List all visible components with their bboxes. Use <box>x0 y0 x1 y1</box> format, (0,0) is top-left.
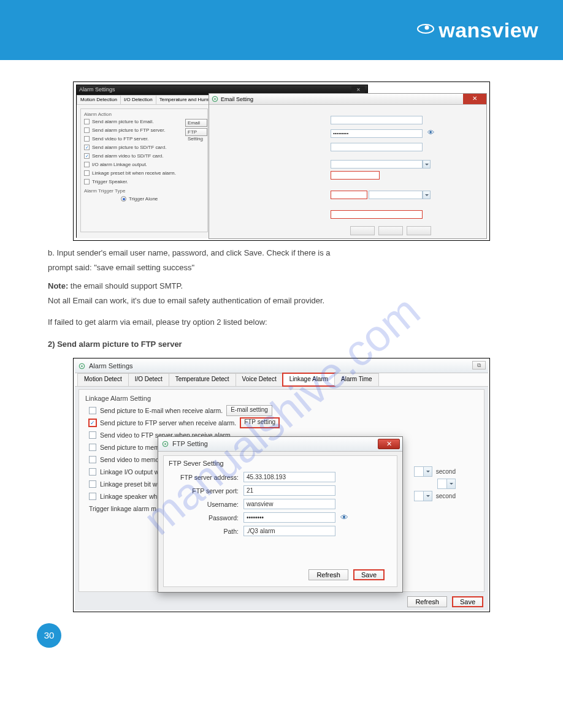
svg-point-3 <box>214 98 216 100</box>
gear-icon <box>79 363 85 370</box>
checkbox-memory-video[interactable] <box>89 456 96 463</box>
instruction-line-3: If failed to get alarm via email, please… <box>48 316 515 328</box>
receiver-field[interactable] <box>331 210 423 219</box>
alarm-action-group: Alarm Action Send alarm picture to Email… <box>80 108 208 232</box>
close-icon[interactable]: ✕ <box>463 94 486 104</box>
email-setting-dialog: Email Setting ✕ ••••••••• 👁 <box>209 93 487 239</box>
tab-voice-detect[interactable]: Voice Detect <box>236 373 283 386</box>
checkbox-preset-bit[interactable] <box>84 170 90 176</box>
dialog-button-2[interactable] <box>378 226 403 235</box>
ftp-refresh-button[interactable]: Refresh <box>308 569 348 580</box>
note-text-2: Not all Email can work, it's due to emai… <box>48 295 515 307</box>
dialog-title: FTP Setting <box>172 440 208 447</box>
speaker-duration-select[interactable] <box>414 491 432 501</box>
tab-alarm-time[interactable]: Alarm Time <box>334 373 379 386</box>
save-button[interactable]: Save <box>452 596 483 607</box>
label-ftp-address: FTP server address: <box>164 474 243 481</box>
brand-logo-text: wansview <box>439 18 538 42</box>
ftp-save-button[interactable]: Save <box>353 569 385 580</box>
figure-alarm-email: Alarm Settings ✕ Motion Detection I/O De… <box>73 82 490 241</box>
ftp-port-field[interactable]: 21 <box>243 485 335 496</box>
ftp-password-field[interactable]: •••••••• <box>243 512 335 523</box>
email-field-1[interactable] <box>331 116 423 124</box>
checkbox-ftp-video[interactable] <box>89 431 96 439</box>
svg-point-5 <box>81 365 83 367</box>
checkbox-sd-picture[interactable]: ✓ <box>84 145 90 150</box>
email-field-3[interactable] <box>331 143 423 151</box>
gear-icon <box>162 441 169 447</box>
trigger-type-label: Alarm Trigger Type <box>84 188 204 194</box>
tab-bar: Motion Detect I/O Detect Temperature Det… <box>75 373 488 387</box>
svg-point-1 <box>425 26 429 30</box>
checkbox-io-output[interactable] <box>89 468 96 476</box>
group-label: Alarm Action <box>84 112 204 117</box>
io-duration-select[interactable] <box>414 466 432 477</box>
tab-motion-detect[interactable]: Motion Detect <box>77 373 129 386</box>
brand-banner: wansview <box>0 0 563 60</box>
password-field[interactable]: ••••••••• <box>331 129 423 138</box>
instruction-line-1: b. Input sender's email user name, passw… <box>48 247 515 259</box>
refresh-button[interactable]: Refresh <box>407 596 447 607</box>
checkbox-trigger-speaker[interactable] <box>84 179 90 184</box>
ftp-group-label: FTP Sever Setting <box>164 456 397 471</box>
chevron-down-icon[interactable] <box>423 467 432 476</box>
label-ftp-port: FTP server port: <box>164 487 243 495</box>
checkbox-speaker[interactable] <box>89 493 96 500</box>
gear-icon <box>212 96 218 102</box>
ftp-address-field[interactable]: 45.33.108.193 <box>243 472 335 482</box>
step-2-heading: 2) Send alarm picture to FTP server <box>48 339 515 349</box>
page-number: 30 <box>37 623 61 648</box>
ssl-select[interactable] <box>369 191 423 199</box>
ftp-setting-button[interactable]: FTP Setting <box>185 128 207 136</box>
email-setting-button[interactable]: E-mail setting <box>226 405 272 416</box>
checkbox-preset-bit[interactable] <box>89 480 96 488</box>
label-path: Path: <box>164 528 243 535</box>
ftp-setting-dialog: FTP Setting ✕ FTP Sever Setting FTP serv… <box>158 436 403 593</box>
eye-icon[interactable]: 👁 <box>427 129 434 136</box>
ftp-path-field[interactable]: ./Q3 alarm <box>243 526 335 536</box>
tab-motion-detection[interactable]: Motion Detection <box>77 95 121 104</box>
radio-trigger-alone[interactable] <box>121 196 126 202</box>
close-icon[interactable]: ⧉ <box>472 361 486 370</box>
dialog-title: Email Setting <box>221 96 253 102</box>
close-icon[interactable]: ✕ <box>378 439 400 449</box>
checkbox-email-picture[interactable] <box>84 119 90 124</box>
tab-io-detection[interactable]: I/O Detection <box>120 95 156 104</box>
alarm-settings-window-2: Alarm Settings ⧉ Motion Detect I/O Detec… <box>75 360 488 610</box>
window-title: Alarm Settings <box>89 362 133 370</box>
group-label: Linkage Alarm Setting <box>79 390 484 404</box>
preset-select[interactable] <box>437 479 456 489</box>
checkbox-ftp-video[interactable] <box>84 136 90 142</box>
chevron-down-icon[interactable] <box>423 491 432 501</box>
smtp-select[interactable] <box>331 160 423 169</box>
chevron-down-icon[interactable] <box>423 160 431 169</box>
port-field[interactable] <box>331 191 367 199</box>
tab-io-detect[interactable]: I/O Detect <box>128 373 169 386</box>
checkbox-ftp-picture[interactable]: ✓ <box>89 419 96 427</box>
svg-point-7 <box>164 443 166 445</box>
dialog-button-1[interactable] <box>350 226 375 235</box>
eye-icon <box>416 22 435 38</box>
window-title: Alarm Settings <box>79 86 115 94</box>
tab-linkage-alarm[interactable]: Linkage Alarm <box>283 373 335 386</box>
label-password: Password: <box>164 514 243 521</box>
checkbox-ftp-picture[interactable] <box>84 127 90 133</box>
tab-temperature-detect[interactable]: Temperature Detect <box>169 373 236 386</box>
dialog-button-3[interactable] <box>407 226 431 235</box>
checkbox-memory-picture[interactable] <box>89 444 96 451</box>
checkbox-sd-video[interactable]: ✓ <box>84 153 90 159</box>
instruction-line-2: prompt said: "save email setting success… <box>48 262 515 274</box>
ftp-setting-button[interactable]: FTP setting <box>240 417 280 428</box>
note-label: Note: <box>48 281 68 290</box>
checkbox-email-picture[interactable] <box>89 407 96 414</box>
chevron-down-icon[interactable] <box>446 479 455 488</box>
email-setting-button[interactable]: Email Setting <box>185 119 207 127</box>
figure-alarm-ftp: Alarm Settings ⧉ Motion Detect I/O Detec… <box>73 358 490 612</box>
ftp-username-field[interactable]: wansview <box>243 499 335 509</box>
checkbox-io-output[interactable] <box>84 162 90 167</box>
chevron-down-icon[interactable] <box>423 191 431 199</box>
eye-icon[interactable]: 👁 <box>340 513 348 522</box>
smtp-server-field[interactable] <box>331 171 380 180</box>
window-footer: Refresh Save <box>407 596 483 607</box>
label-username: Username: <box>164 501 243 508</box>
